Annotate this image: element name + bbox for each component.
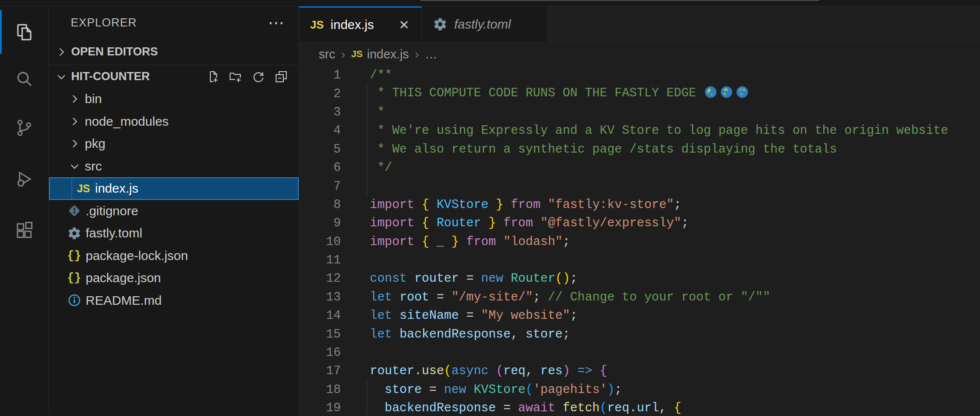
new-folder-button[interactable] (227, 69, 243, 85)
line-number[interactable]: 12 (299, 272, 341, 286)
activity-search[interactable] (0, 55, 49, 102)
tree-item--gitignore[interactable]: .gitignore (49, 200, 299, 222)
tree-item-node-modules[interactable]: node_modules (49, 110, 299, 133)
code-token: () (555, 272, 570, 286)
line-number[interactable]: 16 (299, 346, 341, 360)
breadcrumb-item-src[interactable]: src (319, 47, 335, 61)
code-line[interactable]: 1/** (299, 66, 980, 84)
tab-fastly-toml[interactable]: fastly.toml (422, 6, 548, 42)
activity-source-control[interactable] (0, 104, 49, 151)
line-number[interactable]: 15 (299, 327, 341, 341)
code-token: let (370, 309, 392, 323)
code-area[interactable]: 1/**2 * THIS COMPUTE CODE RUNS ON THE FA… (299, 66, 980, 416)
code-token: req (503, 364, 525, 378)
activity-explorer[interactable] (0, 9, 49, 55)
code-token: siteName (400, 309, 459, 323)
new-file-button[interactable] (204, 69, 220, 85)
code-token: req (607, 401, 629, 415)
line-number[interactable]: 17 (299, 364, 341, 378)
tree-item-readme-md[interactable]: README.md (49, 289, 299, 312)
code-token: = (459, 272, 481, 286)
code-line[interactable]: 16 (299, 344, 980, 362)
tree-item-bin[interactable]: bin (49, 88, 299, 110)
tree-item-label: fastly.toml (86, 226, 142, 240)
code-line[interactable]: 12const router = new Router(); (299, 269, 980, 288)
breadcrumb-item-symbol[interactable]: … (425, 47, 437, 61)
indent-guide (367, 84, 367, 103)
tree-item-src[interactable]: src (49, 155, 299, 178)
code-line[interactable]: 19 backendResponse = await fetch(req.url… (299, 399, 980, 416)
line-number[interactable]: 7 (299, 179, 341, 194)
code-token (414, 198, 421, 212)
workspace-section[interactable]: HIT-COUNTER (49, 65, 299, 88)
activity-run-debug[interactable] (0, 156, 49, 202)
line-number[interactable]: 19 (299, 401, 341, 415)
line-number[interactable]: 10 (299, 235, 341, 249)
breadcrumb-item-index-js[interactable]: JS index.js (351, 47, 409, 61)
code-line[interactable]: 10import { _ } from "lodash"; (299, 233, 980, 251)
tree-item-fastly-toml[interactable]: fastly.toml (49, 222, 299, 245)
code-token: = (496, 401, 518, 415)
tree-item-pkg[interactable]: pkg (49, 133, 299, 155)
line-number[interactable]: 1 (299, 68, 341, 82)
line-number[interactable]: 9 (299, 216, 341, 230)
code-token: "/my-site/" (451, 290, 533, 304)
code-token: router (414, 272, 458, 286)
code-token: ; (614, 383, 622, 397)
code-line[interactable]: 7 (299, 177, 980, 195)
code-token: = (459, 309, 481, 323)
code-text: backendResponse = await fetch(req.url, { (341, 401, 681, 415)
close-icon[interactable]: ✕ (398, 17, 410, 32)
code-token: ( (600, 401, 607, 415)
line-number[interactable]: 11 (299, 253, 341, 267)
code-token: res (540, 364, 562, 378)
code-line[interactable]: 2 * THIS COMPUTE CODE RUNS ON THE FASTLY… (299, 84, 980, 103)
activity-extensions[interactable] (0, 207, 49, 254)
code-line[interactable]: 4 * We're using Expressly and a KV Store… (299, 121, 980, 140)
braces-icon: {} (66, 248, 82, 264)
code-text: store = new KVStore('pagehits'); (341, 383, 622, 397)
line-number[interactable]: 4 (299, 124, 341, 138)
open-editors-section[interactable]: OPEN EDITORS (49, 39, 299, 65)
refresh-button[interactable] (250, 69, 266, 85)
tree-item-index-js[interactable]: JSindex.js (49, 177, 299, 200)
tab-index-js[interactable]: JS index.js ✕ (299, 6, 422, 42)
code-token (459, 235, 466, 249)
indent-guide (367, 140, 367, 159)
line-number[interactable]: 8 (299, 198, 341, 212)
explorer-more-button[interactable]: ⋯ (265, 18, 287, 27)
code-token (540, 198, 548, 212)
code-token (533, 216, 540, 230)
line-number[interactable]: 18 (299, 383, 341, 397)
code-token: import (370, 198, 414, 212)
tree-item-label: node_modules (85, 114, 169, 129)
code-token: KVStore (474, 383, 526, 397)
code-line[interactable]: 14let siteName = "My website"; (299, 306, 980, 325)
code-token: ; (533, 290, 548, 304)
line-number[interactable]: 2 (299, 87, 341, 101)
code-token (466, 383, 473, 397)
line-number[interactable]: 14 (299, 309, 341, 323)
collapse-all-button[interactable] (273, 69, 289, 85)
code-line[interactable]: 6 */ (299, 159, 980, 177)
line-number[interactable]: 5 (299, 142, 341, 156)
code-token (407, 272, 414, 286)
code-line[interactable]: 8import { KVStore } from "fastly:kv-stor… (299, 196, 980, 214)
line-number[interactable]: 3 (299, 105, 341, 119)
tree-item-label: package.json (86, 271, 161, 285)
code-line[interactable]: 3 * (299, 103, 980, 121)
extensions-icon (14, 220, 35, 240)
line-number[interactable]: 6 (299, 161, 341, 175)
tree-item-package-json[interactable]: {}package.json (49, 267, 299, 289)
code-line[interactable]: 11 (299, 251, 980, 269)
js-icon: JS (75, 180, 92, 196)
code-line[interactable]: 13let root = "/my-site/"; // Change to y… (299, 288, 980, 306)
tree-item-package-lock-json[interactable]: {}package-lock.json (49, 245, 299, 267)
code-line[interactable]: 9import { Router } from "@fastly/express… (299, 214, 980, 232)
code-line[interactable]: 5 * We also return a synthetic page /sta… (299, 140, 980, 159)
js-icon: JS (351, 49, 363, 60)
code-line[interactable]: 17router.use(async (req, res) => { (299, 362, 980, 380)
line-number[interactable]: 13 (299, 290, 341, 304)
code-line[interactable]: 18 store = new KVStore('pagehits'); (299, 381, 980, 399)
code-line[interactable]: 15let backendResponse, store; (299, 325, 980, 343)
